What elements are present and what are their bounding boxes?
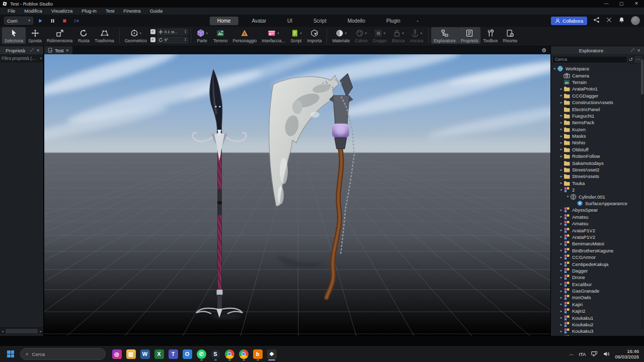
tree-item-excalibur[interactable]: ▸Excalibur (551, 281, 644, 288)
tree-expand-arrow[interactable]: ▸ (559, 141, 564, 145)
tree-item-touka[interactable]: ▸Touka (551, 180, 644, 187)
tree-expand-arrow[interactable]: ▸ (559, 222, 564, 226)
clock[interactable]: 16:46 06/03/2026 (615, 348, 639, 359)
ribbon-button-geometrico[interactable]: ▾Geometrico (122, 27, 149, 44)
tree-item-workspace[interactable]: ▾Workspace (551, 65, 644, 72)
explorer-search-input[interactable] (552, 56, 627, 63)
tree-item-masks[interactable]: ▸Masks (551, 133, 644, 139)
tree-item-aratap1v2[interactable]: ▸ArataP1V2 (551, 234, 644, 240)
tree-expand-arrow[interactable]: ▸ (559, 87, 564, 91)
taskbar-app-photos-app[interactable]: ◎ (110, 347, 124, 361)
tab-ui[interactable]: UI (280, 17, 300, 25)
tree-item-electricpanel[interactable]: ElectricPanel (551, 106, 644, 112)
tree-expand-arrow[interactable]: ▸ (559, 242, 564, 246)
step-button[interactable] (71, 17, 82, 25)
tree-expand-arrow[interactable]: ▸ (559, 248, 564, 252)
ribbon-button-materiale[interactable]: ▾Materiale (330, 27, 352, 44)
tree-item-binbrotherskagune[interactable]: ▸BinBrothersKagune (551, 247, 644, 254)
close-tab-icon[interactable]: ✕ (65, 48, 69, 53)
tree-item-koukaku2[interactable]: ▸Koukaku2 (551, 321, 644, 328)
tree-expand-arrow[interactable]: ▸ (559, 121, 564, 125)
tree-expand-arrow[interactable]: ▸ (559, 309, 564, 313)
ribbon-button-sposta[interactable]: Sposta (26, 27, 44, 44)
tree-item-drone[interactable]: ▸Drone (551, 274, 644, 281)
hidden-icons-chevron[interactable]: ︿ (569, 351, 574, 357)
taskbar-app-whatsapp[interactable]: ✆ (194, 347, 208, 361)
taskbar-app-word[interactable]: W (138, 347, 152, 361)
snap-checkbox[interactable]: ✓ (150, 37, 155, 42)
play-button[interactable] (35, 17, 45, 25)
tree-expand-arrow[interactable]: ▸ (559, 154, 564, 158)
tree-item-ccgarmor[interactable]: ▸CCGArmor (551, 254, 644, 260)
tree-expand-arrow[interactable]: ▸ (559, 268, 564, 273)
tree-item-camera[interactable]: Camera (551, 72, 644, 78)
device-emulation-button[interactable] (606, 16, 612, 25)
collaborate-button[interactable]: Collabora (551, 17, 587, 25)
ribbon-button-interfaccia-[interactable]: ▾Interfaccia... (259, 27, 287, 44)
tree-expand-arrow[interactable]: ▸ (559, 262, 564, 266)
tree-item-streetassets[interactable]: ▸StreetAssets (551, 173, 644, 179)
network-icon[interactable] (591, 350, 598, 357)
run-mode-dropdown[interactable]: Corri ▾ (4, 17, 33, 25)
tree-item-ccgdagger[interactable]: ▸CCGDagger (551, 93, 644, 99)
taskbar-search[interactable]: ⌕ Cerca (20, 348, 106, 360)
tab-overflow-dot[interactable]: • (414, 17, 422, 25)
float-panel-icon[interactable]: ⤢ (629, 48, 635, 53)
ribbon-button-ridimensiona[interactable]: Ridimensiona (44, 27, 75, 44)
scroll-right-icon[interactable]: ▸ (38, 329, 43, 333)
scrollbar-thumb[interactable] (641, 59, 643, 95)
ribbon-button-personaggio[interactable]: Personaggio (230, 27, 260, 44)
tree-item-streetasset2[interactable]: ▸StreetAsset2 (551, 166, 644, 173)
tree-expand-arrow[interactable]: ▸ (559, 276, 564, 280)
tree-expand-arrow[interactable]: ▸ (559, 235, 564, 239)
taskbar-app-blender[interactable]: b (251, 347, 265, 361)
snap-value-field[interactable]: 5°▲▼ (157, 37, 188, 43)
menu-item-finestra[interactable]: Finestra (119, 8, 145, 15)
snap-checkbox[interactable]: ✓ (150, 29, 155, 34)
tree-expand-arrow[interactable]: ▸ (559, 296, 564, 300)
taskbar-app-teams[interactable]: T (166, 347, 180, 361)
start-button[interactable] (4, 347, 17, 360)
tree-item-2[interactable]: ▾2 (551, 187, 644, 193)
tree-expand-arrow[interactable]: ▸ (559, 302, 564, 306)
ribbon-button-proprietà[interactable]: Proprietà (458, 27, 481, 44)
tree-item-benimarumatoi[interactable]: ▸BenimaruMatoi (551, 240, 644, 247)
tree-item-aratap1v2[interactable]: ▸ArataP1V2 (551, 227, 644, 233)
tree-expand-arrow[interactable]: ▸ (559, 114, 564, 118)
viewport-settings-gear-icon[interactable]: ⚙ (541, 46, 546, 54)
pause-button[interactable] (47, 17, 57, 25)
ribbon-button-risorse[interactable]: Risorse (500, 27, 520, 44)
close-panel-icon[interactable]: ✕ (35, 48, 41, 53)
tree-item-fueguchi1[interactable]: ▸Fueguchi1 (551, 113, 644, 119)
taskbar-app-chrome-profile[interactable] (236, 347, 251, 361)
speaker-icon[interactable] (603, 350, 610, 357)
menu-item-test[interactable]: Test (101, 8, 119, 15)
tree-expand-arrow[interactable]: ▸ (559, 174, 564, 178)
tree-item-koukaku1[interactable]: ▸Koukaku1 (551, 314, 644, 321)
tree-item-amatsu[interactable]: ▸Amatsu (551, 220, 644, 227)
menu-item-visualizza[interactable]: Visualizza (47, 8, 77, 15)
tree-item-koukaku3[interactable]: ▸Koukaku3 (551, 328, 644, 334)
tree-expand-arrow[interactable]: ▸ (559, 329, 564, 333)
ribbon-button-terreno[interactable]: Terreno (211, 27, 230, 44)
tree-item-kajiri2[interactable]: ▸Kajiri2 (551, 308, 644, 314)
tree-expand-arrow[interactable]: ▾ (559, 188, 564, 192)
properties-horizontal-scrollbar[interactable]: ◂ ▸ (0, 327, 43, 334)
tab-avatar[interactable]: Avatar (244, 17, 274, 25)
minimize-button[interactable]: — (599, 0, 614, 8)
tab-home[interactable]: Home (210, 17, 238, 25)
tree-item-surfaceappearance[interactable]: SurfaceAppearance (551, 200, 644, 207)
tab-script[interactable]: Script (306, 17, 334, 25)
tab-plugin[interactable]: Plugin (379, 17, 408, 25)
taskbar-app-roblox-studio[interactable]: ❖ (265, 347, 279, 361)
history-clock-icon[interactable]: ↺ (629, 57, 633, 62)
tree-item-oldstuff[interactable]: ▸Oldstuff (551, 146, 644, 153)
viewport-tab-test[interactable]: Test ✕ (44, 46, 72, 54)
menu-item-file[interactable]: File (3, 8, 20, 15)
snap-value-field[interactable]: 0.1 st...▲▼ (157, 29, 188, 35)
menu-item-modifica[interactable]: Modifica (20, 8, 46, 15)
ribbon-button-importa[interactable]: Importa (305, 27, 325, 44)
tree-item-centipedekakuja[interactable]: ▸CentipedeKakuja (551, 260, 644, 267)
scrollbar-thumb[interactable] (6, 329, 38, 333)
tree-item-constructionassets[interactable]: ▸ConstructionAssets (551, 99, 644, 106)
